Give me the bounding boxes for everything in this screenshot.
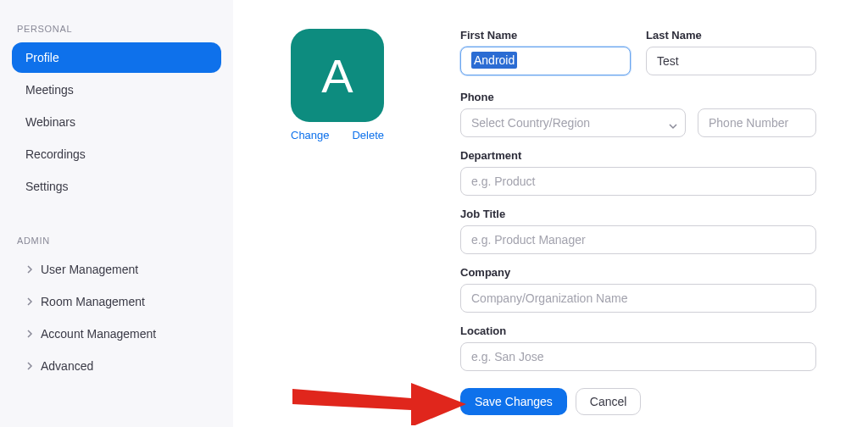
cancel-button[interactable]: Cancel [576, 388, 642, 415]
avatar: A [291, 29, 384, 122]
company-input[interactable] [460, 284, 816, 313]
chevron-down-icon [669, 119, 677, 133]
sidebar-item-label: User Management [41, 263, 138, 276]
avatar-change-link[interactable]: Change [291, 129, 330, 141]
first-name-input[interactable]: Android [460, 47, 631, 75]
avatar-initial: A [321, 48, 353, 103]
sidebar-item-label: Webinars [25, 115, 75, 129]
cancel-label: Cancel [590, 395, 627, 408]
company-label: Company [460, 266, 816, 279]
sidebar-item-settings[interactable]: Settings [12, 171, 221, 202]
sidebar-item-label: Profile [25, 51, 59, 64]
sidebar-section-admin: ADMIN [17, 236, 221, 246]
department-input[interactable] [460, 167, 816, 196]
sidebar-item-user-management[interactable]: User Management [12, 254, 221, 285]
sidebar-item-room-management[interactable]: Room Management [12, 286, 221, 317]
first-name-selected-text: Android [471, 52, 517, 69]
location-input[interactable] [460, 342, 816, 371]
sidebar-item-label: Recordings [25, 147, 86, 161]
sidebar-item-recordings[interactable]: Recordings [12, 139, 221, 169]
main-content: A Change Delete First Name Android Last … [233, 0, 868, 427]
last-name-input[interactable] [646, 47, 816, 75]
chevron-right-icon [25, 297, 36, 307]
sidebar-section-personal: PERSONAL [17, 24, 221, 34]
save-changes-button[interactable]: Save Changes [460, 388, 567, 415]
chevron-right-icon [25, 361, 36, 371]
avatar-column: A Change Delete [291, 29, 460, 415]
sidebar-item-label: Meetings [25, 83, 74, 97]
save-changes-label: Save Changes [475, 395, 553, 408]
sidebar-item-label: Advanced [41, 359, 93, 373]
avatar-delete-link[interactable]: Delete [352, 129, 384, 141]
sidebar-item-profile[interactable]: Profile [12, 42, 221, 73]
sidebar-item-account-management[interactable]: Account Management [12, 319, 221, 349]
location-label: Location [460, 324, 816, 337]
phone-label: Phone [460, 91, 816, 103]
sidebar: PERSONAL Profile Meetings Webinars Recor… [0, 0, 233, 427]
sidebar-item-webinars[interactable]: Webinars [12, 107, 221, 137]
first-name-label: First Name [460, 29, 631, 42]
phone-country-select[interactable]: Select Country/Region [460, 108, 686, 137]
job-title-label: Job Title [460, 208, 816, 220]
chevron-right-icon [25, 264, 36, 274]
job-title-input[interactable] [460, 225, 816, 254]
chevron-right-icon [25, 329, 36, 339]
sidebar-item-label: Settings [25, 180, 69, 193]
phone-number-input[interactable] [698, 108, 816, 137]
sidebar-item-meetings[interactable]: Meetings [12, 75, 221, 105]
sidebar-item-label: Account Management [41, 327, 156, 341]
profile-form: First Name Android Last Name Phone Selec… [460, 29, 816, 415]
last-name-label: Last Name [646, 29, 816, 42]
sidebar-item-advanced[interactable]: Advanced [12, 351, 221, 381]
phone-country-placeholder: Select Country/Region [471, 116, 590, 130]
sidebar-item-label: Room Management [41, 295, 145, 308]
department-label: Department [460, 149, 816, 162]
